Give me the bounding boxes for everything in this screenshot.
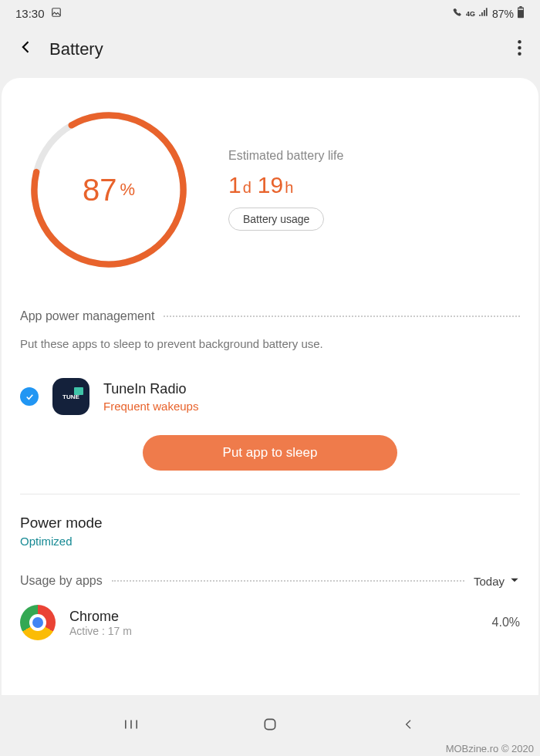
battery-percent: 87	[83, 173, 117, 208]
app-warning: Frequent wakeups	[103, 400, 198, 413]
app-bar: Battery	[0, 24, 540, 78]
usage-title: Usage by apps	[20, 574, 103, 588]
usage-period-dropdown[interactable]: Today	[474, 575, 520, 588]
battery-usage-button[interactable]: Battery usage	[228, 208, 324, 231]
estimate-hours: 19	[258, 172, 283, 197]
estimate-time: 1d19h	[228, 172, 343, 198]
dotted-divider	[164, 316, 520, 317]
battery-icon	[517, 6, 525, 21]
chevron-down-icon	[509, 575, 520, 588]
svg-rect-0	[52, 8, 60, 17]
image-icon	[51, 7, 62, 20]
back-nav-icon[interactable]	[400, 716, 417, 733]
app-sleep-row[interactable]: TUNE TuneIn Radio Frequent wakeups	[20, 373, 520, 430]
dotted-divider	[112, 580, 464, 582]
signal-icon	[478, 7, 489, 20]
tunein-app-icon: TUNE	[52, 378, 89, 415]
home-icon[interactable]	[262, 716, 278, 733]
estimate-days-unit: d	[243, 179, 251, 196]
status-bar: 13:30 4G 87%	[0, 0, 540, 24]
more-icon[interactable]	[518, 40, 521, 59]
navigation-bar	[0, 708, 540, 741]
app-power-section-header: App power management	[20, 309, 520, 323]
battery-ring[interactable]: 87 %	[28, 109, 190, 271]
estimate-days: 1	[228, 172, 241, 197]
svg-point-5	[518, 46, 521, 49]
app-usage-row[interactable]: Chrome Active : 17 m 4.0%	[20, 605, 520, 640]
watermark: MOBzine.ro © 2020	[446, 743, 534, 754]
usage-app-pct: 4.0%	[492, 616, 520, 629]
usage-period-label: Today	[474, 575, 505, 588]
usage-section-header: Usage by apps Today	[20, 574, 520, 588]
chrome-app-icon	[20, 605, 56, 640]
power-mode-title: Power mode	[20, 515, 520, 532]
page-title: Battery	[49, 39, 502, 59]
power-mode-row[interactable]: Power mode Optimized	[20, 515, 520, 548]
app-name: TuneIn Radio	[103, 381, 198, 397]
network-type: 4G	[466, 10, 475, 18]
put-to-sleep-button[interactable]: Put app to sleep	[143, 435, 397, 471]
status-time: 13:30	[15, 7, 45, 20]
usage-app-name: Chrome	[69, 609, 478, 625]
status-battery-pct: 87%	[492, 8, 514, 20]
main-card: 87 % Estimated battery life 1d19h Batter…	[2, 78, 538, 695]
estimate-hours-unit: h	[285, 179, 293, 196]
svg-rect-3	[518, 8, 523, 10]
estimate-label: Estimated battery life	[228, 149, 343, 163]
check-icon[interactable]	[20, 387, 39, 406]
svg-point-4	[518, 40, 521, 43]
svg-point-6	[518, 52, 521, 55]
app-power-title: App power management	[20, 309, 154, 323]
back-icon[interactable]	[19, 39, 34, 59]
power-mode-value: Optimized	[20, 535, 520, 548]
battery-percent-unit: %	[120, 180, 135, 200]
app-power-subtitle: Put these apps to sleep to prevent backg…	[20, 337, 520, 350]
divider	[20, 494, 520, 494]
svg-rect-2	[519, 6, 521, 8]
recents-icon[interactable]	[123, 716, 140, 733]
battery-summary: 87 % Estimated battery life 1d19h Batter…	[20, 109, 520, 309]
usage-app-sub: Active : 17 m	[69, 625, 478, 637]
svg-rect-12	[265, 719, 275, 729]
call-icon	[453, 8, 463, 20]
